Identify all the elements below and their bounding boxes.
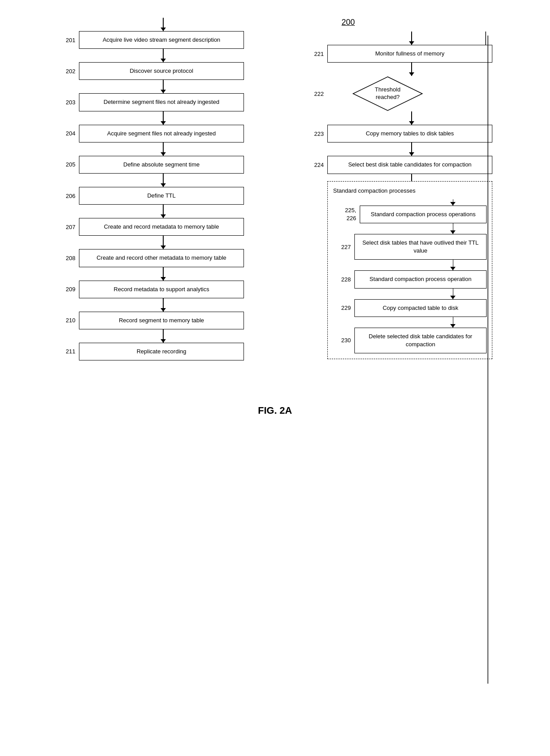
right-column: 200 221 Monitor fullness of memory 222 xyxy=(306,18,492,360)
diamond-text-222: Threshold reached? xyxy=(365,86,410,101)
label-223: 223 xyxy=(306,131,327,137)
box-202: Discover source protocol xyxy=(79,62,244,80)
step-208: 208 Create and record other metadata to … xyxy=(58,249,244,267)
box-209: Record metadata to support analytics xyxy=(79,281,244,298)
step-225-226: 225, 226 Standard compaction process ope… xyxy=(333,206,487,223)
box-230: Delete selected disk table candidates fo… xyxy=(354,328,487,353)
box-210: Record segment to memory table xyxy=(79,312,244,329)
diagram-title: 200 xyxy=(342,18,355,27)
box-223: Copy memory tables to disk tables xyxy=(327,125,492,142)
step-203: 203 Determine segment files not already … xyxy=(58,93,244,111)
box-203: Determine segment files not already inge… xyxy=(79,93,244,111)
label-202: 202 xyxy=(58,68,79,75)
box-211: Replicate recording xyxy=(79,343,244,360)
label-224: 224 xyxy=(306,162,327,168)
label-230: 230 xyxy=(333,337,354,344)
box-227: Select disk tables that have outlived th… xyxy=(354,234,487,260)
box-228: Standard compaction process operation xyxy=(354,270,487,288)
step-227: 227 Select disk tables that have outlive… xyxy=(333,234,487,260)
diagram-container: 201 Acquire live video stream segment de… xyxy=(0,0,550,396)
step-206: 206 Define TTL xyxy=(58,187,244,205)
box-221: Monitor fullness of memory xyxy=(327,45,492,63)
label-209: 209 xyxy=(58,286,79,293)
step-207: 207 Create and record metadata to memory… xyxy=(58,218,244,236)
label-207: 207 xyxy=(58,224,79,230)
label-204: 204 xyxy=(58,130,79,137)
dashed-compaction-area: Standard compaction processes 225, 226 S… xyxy=(306,181,492,360)
label-203: 203 xyxy=(58,99,79,106)
dashed-box-label: Standard compaction processes xyxy=(333,187,487,195)
label-206: 206 xyxy=(58,193,79,199)
label-210: 210 xyxy=(58,317,79,324)
dashed-box: Standard compaction processes 225, 226 S… xyxy=(327,181,492,360)
box-207: Create and record metadata to memory tab… xyxy=(79,218,244,236)
fig-label: FIG. 2A xyxy=(0,405,550,430)
step-222: 222 Threshold reached? xyxy=(306,76,492,111)
label-229: 229 xyxy=(333,305,354,311)
step-223: 223 Copy memory tables to disk tables xyxy=(306,125,492,142)
step-204: 204 Acquire segment files not already in… xyxy=(58,125,244,142)
box-224: Select best disk table candidates for co… xyxy=(327,156,492,174)
left-column: 201 Acquire live video stream segment de… xyxy=(58,18,244,360)
box-229: Copy compacted table to disk xyxy=(354,299,487,317)
label-225-226: 225, 226 xyxy=(333,206,360,222)
label-211: 211 xyxy=(58,348,79,355)
label-222: 222 xyxy=(306,91,327,97)
step-229: 229 Copy compacted table to disk xyxy=(333,299,487,317)
step-201: 201 Acquire live video stream segment de… xyxy=(58,31,244,49)
step-211: 211 Replicate recording xyxy=(58,343,244,360)
step-228: 228 Standard compaction process operatio… xyxy=(333,270,487,288)
diamond-222: Threshold reached? xyxy=(352,76,423,111)
box-208: Create and record other metadata to memo… xyxy=(79,249,244,267)
step-224: 224 Select best disk table candidates fo… xyxy=(306,156,492,174)
step-209: 209 Record metadata to support analytics xyxy=(58,281,244,298)
box-206: Define TTL xyxy=(79,187,244,205)
step-205: 205 Define absolute segment time xyxy=(58,156,244,174)
label-221: 221 xyxy=(306,51,327,57)
box-225: Standard compaction process operations xyxy=(360,206,487,223)
step-210: 210 Record segment to memory table xyxy=(58,312,244,329)
step-221: 221 Monitor fullness of memory xyxy=(306,45,492,63)
label-227: 227 xyxy=(333,244,354,250)
step-230: 230 Delete selected disk table candidate… xyxy=(333,328,487,353)
label-228: 228 xyxy=(333,276,354,283)
box-204: Acquire segment files not already ingest… xyxy=(79,125,244,142)
step-202: 202 Discover source protocol xyxy=(58,62,244,80)
box-201: Acquire live video stream segment descri… xyxy=(79,31,244,49)
label-205: 205 xyxy=(58,161,79,168)
box-205: Define absolute segment time xyxy=(79,156,244,174)
label-208: 208 xyxy=(58,255,79,261)
label-201: 201 xyxy=(58,37,79,44)
